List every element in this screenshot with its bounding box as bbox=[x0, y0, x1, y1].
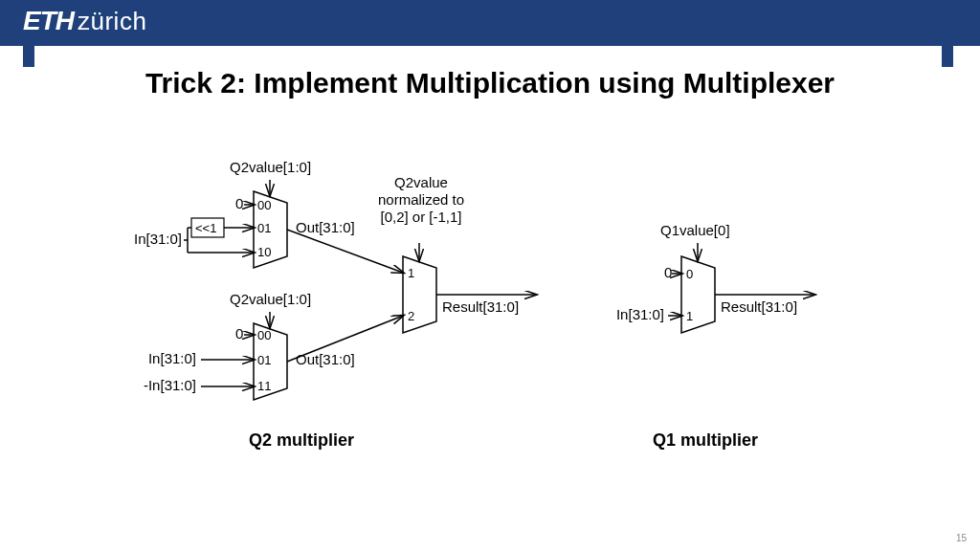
q2-muxC-p1: 2 bbox=[408, 309, 414, 323]
q1-p1: 1 bbox=[686, 309, 693, 323]
q1-out: Result[31:0] bbox=[721, 298, 797, 315]
q2-muxB-in0: 0 bbox=[235, 325, 243, 342]
eth-logo: ETH zürich bbox=[23, 6, 146, 36]
q2-muxB-out: Out[31:0] bbox=[296, 351, 355, 367]
header-accent-right bbox=[942, 46, 953, 67]
q2-muxB-p1: 01 bbox=[257, 353, 271, 367]
q2-norm-l2: normalized to bbox=[378, 191, 464, 208]
q1-caption: Q1 multiplier bbox=[653, 430, 758, 451]
q2-muxA-shift: <<1 bbox=[195, 221, 216, 235]
q2-norm-l1: Q2value bbox=[394, 174, 448, 190]
q1-in0: 0 bbox=[664, 264, 672, 280]
q2-muxC-p0: 1 bbox=[408, 266, 414, 280]
q2-caption: Q2 multiplier bbox=[249, 430, 354, 451]
q2-muxB-in2: -In[31:0] bbox=[144, 377, 196, 393]
q2-muxB-p0: 00 bbox=[257, 328, 271, 342]
q2-muxA-p1: 01 bbox=[257, 221, 271, 235]
q2-muxB-in1: In[31:0] bbox=[148, 350, 196, 366]
q1-sel-label: Q1value[0] bbox=[660, 222, 730, 238]
eth-logo-bold: ETH bbox=[23, 6, 74, 36]
q2-muxA-sel-label: Q2value[1:0] bbox=[230, 159, 311, 175]
q2-muxC-out: Result[31:0] bbox=[442, 298, 519, 315]
q2-muxA-p2: 10 bbox=[257, 245, 271, 259]
q2-muxA-in0: 0 bbox=[235, 195, 243, 211]
q1-in1: In[31:0] bbox=[616, 306, 664, 322]
header-accent-left bbox=[23, 46, 34, 67]
diagram-area: Q2value[1:0] 0 <<1 In[31:0] 00 01 10 Out… bbox=[0, 115, 980, 517]
q2-muxA-inbus: In[31:0] bbox=[134, 231, 182, 247]
page-number: 15 bbox=[956, 533, 967, 543]
q2-muxB-p2: 11 bbox=[257, 379, 271, 393]
slide-title: Trick 2: Implement Multiplication using … bbox=[0, 67, 980, 99]
eth-logo-light: zürich bbox=[78, 7, 146, 36]
svg-line-16 bbox=[287, 230, 403, 273]
q2-muxA-out: Out[31:0] bbox=[296, 219, 355, 235]
q2-muxB-sel-label: Q2value[1:0] bbox=[230, 291, 311, 307]
q2-muxA-p0: 00 bbox=[257, 198, 271, 212]
header-bar: ETH zürich bbox=[0, 0, 980, 46]
diagram-svg: Q2value[1:0] 0 <<1 In[31:0] 00 01 10 Out… bbox=[0, 115, 980, 517]
q2-norm-l3: [0,2] or [-1,1] bbox=[380, 209, 461, 225]
q1-p0: 0 bbox=[686, 267, 693, 281]
